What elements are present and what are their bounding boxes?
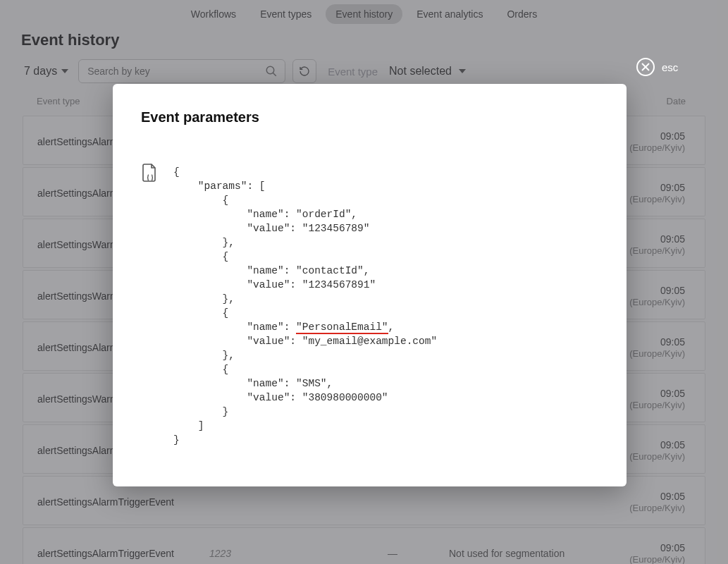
event-parameters-modal: Event parameters { "params": [ { "name":… [113,84,627,486]
close-icon [641,63,650,71]
esc-label: esc [662,61,678,73]
highlighted-param-name: "PersonalEmail" [296,321,388,334]
close-button[interactable] [636,58,655,76]
modal-title: Event parameters [141,109,598,125]
modal-close-group: esc [636,58,678,76]
document-json-icon [141,164,158,182]
json-content: { "params": [ { "name": "orderId", "valu… [173,165,437,447]
